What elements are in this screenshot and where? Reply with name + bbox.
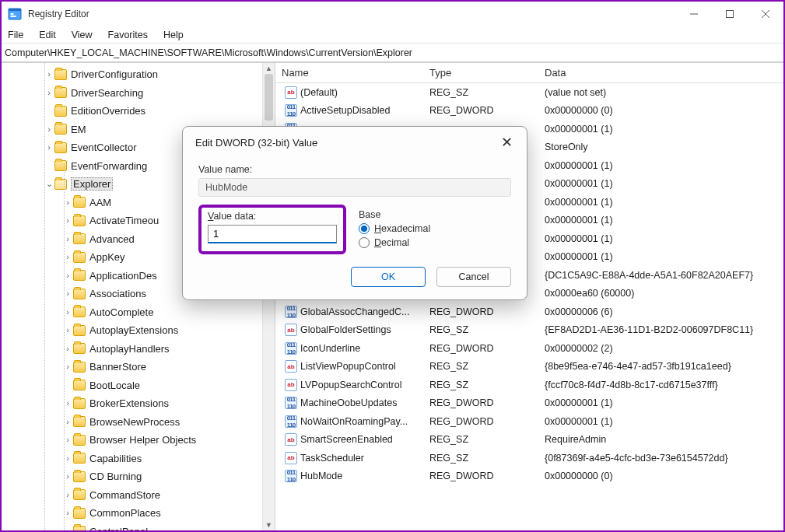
chevron-right-icon[interactable]: › xyxy=(62,215,73,226)
menu-favorites[interactable]: Favorites xyxy=(108,30,148,40)
value-data: RequireAdmin xyxy=(538,434,783,445)
tree-item[interactable]: › DriverConfiguration xyxy=(2,65,275,84)
folder-icon xyxy=(73,435,86,446)
scroll-down-icon[interactable]: ▼ xyxy=(263,520,275,530)
tree-item[interactable]: › CommandStore xyxy=(2,486,275,505)
radio-hexadecimal[interactable]: Hexadecimal xyxy=(359,223,430,234)
minimize-button[interactable] xyxy=(676,2,712,26)
tree-item[interactable]: › CommonPlaces xyxy=(2,504,275,523)
tree-item-label: AutoplayExtensions xyxy=(89,324,178,336)
svg-rect-5 xyxy=(727,11,734,18)
chevron-right-icon[interactable]: › xyxy=(44,142,54,152)
chevron-right-icon[interactable]: › xyxy=(62,270,73,281)
tree-item-label: CommandStore xyxy=(89,489,160,501)
chevron-right-icon[interactable]: › xyxy=(62,526,73,531)
list-row[interactable]: abLVPopupSearchControl REG_SZ {fccf70c8-… xyxy=(275,376,783,394)
col-data[interactable]: Data xyxy=(538,67,783,79)
menu-edit[interactable]: Edit xyxy=(39,30,56,40)
value-data-input[interactable] xyxy=(208,225,337,243)
folder-icon xyxy=(54,179,67,190)
chevron-right-icon[interactable]: › xyxy=(62,361,73,372)
menu-file[interactable]: File xyxy=(8,30,23,40)
chevron-right-icon[interactable]: › xyxy=(44,124,54,135)
tree-item-label: ControlPanel xyxy=(89,526,148,530)
tree-item[interactable]: › BannerStore xyxy=(2,358,275,376)
chevron-right-icon[interactable]: › xyxy=(62,251,73,262)
chevron-right-icon[interactable]: › xyxy=(62,416,73,427)
tree-item[interactable]: › Capabilities xyxy=(2,450,275,468)
menu-view[interactable]: View xyxy=(72,30,93,40)
chevron-right-icon[interactable]: › xyxy=(62,453,73,464)
chevron-down-icon[interactable]: ⌄ xyxy=(44,178,54,189)
list-row[interactable]: 011110ActiveSetupDisabled REG_DWORD 0x00… xyxy=(275,102,783,121)
tree-item[interactable]: › DriverSearching xyxy=(2,84,275,103)
tree-item[interactable]: BootLocale xyxy=(2,376,275,395)
tree-item-label: Associations xyxy=(89,288,146,299)
address-bar[interactable]: Computer\HKEY_LOCAL_MACHINE\SOFTWARE\Mic… xyxy=(2,44,783,62)
list-row[interactable]: abTaskScheduler REG_SZ {0f87369f-a4e5-4c… xyxy=(275,449,783,467)
tree-item[interactable]: › BrowseNewProcess xyxy=(2,413,275,432)
tree-item-label: ActivateTimeou xyxy=(89,215,159,226)
chevron-right-icon[interactable]: › xyxy=(62,507,73,518)
chevron-right-icon[interactable]: › xyxy=(62,197,73,208)
chevron-right-icon[interactable]: › xyxy=(62,233,73,244)
list-header: Name Type Data xyxy=(275,63,783,83)
chevron-right-icon[interactable]: › xyxy=(62,489,73,500)
list-row[interactable]: ab(Default) REG_SZ (value not set) xyxy=(275,83,783,102)
tree-item-label: AAM xyxy=(89,197,111,208)
list-row[interactable]: 011110MachineOobeUpdates REG_DWORD 0x000… xyxy=(275,394,783,413)
chevron-right-icon[interactable]: › xyxy=(62,343,73,354)
value-data-highlight: Value data: xyxy=(198,205,346,254)
scroll-up-icon[interactable]: ▲ xyxy=(263,63,275,74)
chevron-right-icon[interactable]: › xyxy=(62,288,73,299)
value-data: {0f87369f-a4e5-4cfc-bd3e-73e6154572dd} xyxy=(538,453,783,464)
value-data: {8be9f5ea-e746-4e47-ad57-3fb191ca1eed} xyxy=(538,361,783,372)
list-row[interactable]: 011110NoWaitOnRoamingPay... REG_DWORD 0x… xyxy=(275,412,783,431)
close-button[interactable] xyxy=(748,2,783,26)
tree-item[interactable]: › CD Burning xyxy=(2,467,275,486)
string-value-icon: ab xyxy=(285,452,297,464)
chevron-right-icon[interactable]: › xyxy=(62,471,73,481)
value-data: {DC1C5A9C-E88A-4dde-A5A1-60F82A20AEF7} xyxy=(538,270,783,281)
chevron-right-icon[interactable]: › xyxy=(44,68,54,79)
radio-decimal[interactable]: Decimal xyxy=(359,237,430,248)
tree-item-label: EM xyxy=(71,124,86,135)
scroll-thumb[interactable] xyxy=(265,74,273,121)
tree-item[interactable]: › ControlPanel xyxy=(2,523,275,531)
list-row[interactable]: abListViewPopupControl REG_SZ {8be9f5ea-… xyxy=(275,358,783,376)
value-type: REG_DWORD xyxy=(423,105,538,116)
list-row[interactable]: 011110HubMode REG_DWORD 0x00000000 (0) xyxy=(275,467,783,486)
value-data: {EF8AD2D1-AE36-11D1-B2D2-006097DF8C11} xyxy=(538,324,783,335)
list-row[interactable]: abSmartScreenEnabled REG_SZ RequireAdmin xyxy=(275,431,783,450)
value-name: (Default) xyxy=(300,87,338,98)
tree-item[interactable]: EditionOverrides xyxy=(2,102,275,121)
col-name[interactable]: Name xyxy=(275,67,423,79)
ok-button[interactable]: OK xyxy=(351,267,426,287)
value-data: 0x00000000 (0) xyxy=(538,105,783,116)
edit-dword-dialog: Edit DWORD (32-bit) Value ✕ Value name: … xyxy=(182,126,527,300)
tree-item[interactable]: › Browser Helper Objects xyxy=(2,431,275,450)
dialog-close-button[interactable]: ✕ xyxy=(496,131,517,153)
value-data: 0x0000ea60 (60000) xyxy=(538,288,783,299)
list-row[interactable]: 011110GlobalAssocChangedC... REG_DWORD 0… xyxy=(275,303,783,321)
folder-icon xyxy=(54,142,67,153)
chevron-right-icon[interactable]: › xyxy=(62,324,73,335)
menu-help[interactable]: Help xyxy=(163,30,184,40)
col-type[interactable]: Type xyxy=(423,67,538,79)
tree-item[interactable]: › BrokerExtensions xyxy=(2,394,275,413)
tree-item[interactable]: › AutoComplete xyxy=(2,303,275,322)
chevron-right-icon[interactable]: › xyxy=(62,434,73,445)
value-data: 0x00000002 (2) xyxy=(538,343,783,354)
folder-icon xyxy=(73,197,86,208)
cancel-button[interactable]: Cancel xyxy=(436,267,511,287)
list-row[interactable]: abGlobalFolderSettings REG_SZ {EF8AD2D1-… xyxy=(275,321,783,340)
list-row[interactable]: 011110IconUnderline REG_DWORD 0x00000002… xyxy=(275,339,783,358)
tree-item[interactable]: › AutoplayExtensions xyxy=(2,321,275,340)
folder-icon xyxy=(54,160,67,171)
chevron-right-icon[interactable]: › xyxy=(44,87,54,98)
chevron-right-icon[interactable]: › xyxy=(62,306,73,317)
value-data: (value not set) xyxy=(538,87,783,98)
tree-item[interactable]: › AutoplayHandlers xyxy=(2,340,275,359)
chevron-right-icon[interactable]: › xyxy=(62,397,73,408)
maximize-button[interactable] xyxy=(712,2,748,26)
